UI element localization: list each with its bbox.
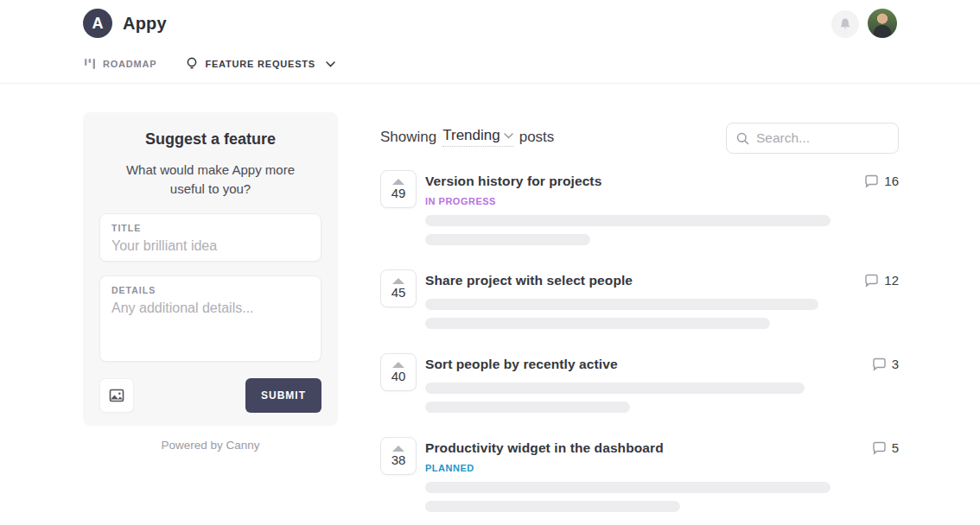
placeholder-bar [425,383,805,394]
upvote-arrow-icon [392,446,404,452]
status-badge: PLANNED [425,463,899,473]
search-icon [736,132,749,145]
upvote-button[interactable]: 45 [380,269,417,307]
nav-item-label: ROADMAP [103,59,156,69]
placeholder-bar [425,318,770,329]
board-nav: ROADMAP FEATURE REQUESTS [85,57,335,71]
bell-icon [838,17,852,31]
title-field-label: TITLE [111,223,309,233]
posts-label: posts [519,129,555,146]
upvote-button[interactable]: 40 [380,353,417,391]
user-avatar[interactable] [868,9,897,38]
vote-count: 38 [391,454,406,466]
card-subtitle: What would make Appy more useful to you? [111,161,309,199]
sort-dropdown[interactable]: Trending [442,127,512,147]
nav-item-label: FEATURE REQUESTS [205,59,315,69]
post-row: 45 Share project with select people 12 [380,269,899,329]
post-title[interactable]: Sort people by recently active [425,357,618,372]
post-row: 49 Version history for projects 16 IN PR… [380,170,899,245]
comment-icon [864,274,879,288]
vote-count: 40 [391,370,406,383]
title-input[interactable] [111,238,309,254]
notifications-button[interactable] [831,10,859,38]
post-title[interactable]: Share project with select people [425,273,633,288]
post-row: 40 Sort people by recently active 3 [380,353,899,413]
post-row: 38 Productivity widget in the dashboard … [380,437,899,512]
comment-count: 16 [884,174,899,188]
comment-icon [864,174,879,188]
submit-button[interactable]: SUBMIT [245,378,321,413]
placeholder-bar [425,501,680,512]
showing-label: Showing [380,129,436,146]
search-input[interactable] [756,130,888,146]
comment-icon [872,357,887,371]
post-title[interactable]: Version history for projects [425,174,601,189]
placeholder-bar [425,299,818,310]
upvote-arrow-icon [392,362,404,368]
placeholder-bar [425,482,830,493]
posts-panel: Showing Trending posts [380,121,899,525]
nav-item-roadmap[interactable]: ROADMAP [85,58,156,70]
lightbulb-icon [186,57,198,71]
post-title[interactable]: Productivity widget in the dashboard [425,440,664,456]
powered-by-canny[interactable]: Powered by Canny [83,439,338,452]
sort-value: Trending [442,127,500,144]
title-field-box: TITLE [99,213,321,262]
comment-count-chip[interactable]: 12 [864,273,899,288]
comment-count: 12 [884,273,899,288]
upvote-button[interactable]: 38 [380,437,417,475]
comment-count-chip[interactable]: 16 [864,174,899,188]
upvote-arrow-icon [392,278,404,284]
vote-count: 45 [391,287,406,299]
nav-item-feature-requests[interactable]: FEATURE REQUESTS [186,57,335,71]
attach-image-button[interactable] [99,378,134,413]
status-badge: IN PROGRESS [425,196,899,206]
placeholder-bar [425,234,590,245]
vote-count: 49 [391,187,406,199]
search-box [726,123,899,154]
placeholder-bar [425,215,830,226]
image-icon [109,388,124,403]
upvote-arrow-icon [392,179,404,185]
card-title: Suggest a feature [99,130,321,149]
app-name: Appy [123,14,167,34]
logo-circle-icon: A [83,9,112,38]
app-header: A Appy ROADMAP [0,0,980,84]
suggest-feature-card: Suggest a feature What would make Appy m… [83,112,338,426]
comment-count: 3 [892,357,899,371]
details-field-label: DETAILS [111,285,309,295]
comment-count: 5 [892,440,899,455]
comment-count-chip[interactable]: 3 [872,357,899,371]
placeholder-bar [425,402,630,413]
details-input[interactable] [111,300,309,351]
posts-list: 49 Version history for projects 16 IN PR… [380,170,899,512]
comment-count-chip[interactable]: 5 [872,440,899,455]
upvote-button[interactable]: 49 [380,170,417,208]
chevron-down-icon [504,133,513,139]
chevron-down-icon [326,61,335,67]
app-logo[interactable]: A Appy [83,9,167,38]
comment-icon [872,441,887,455]
roadmap-icon [85,58,96,70]
details-field-box: DETAILS [99,275,321,362]
